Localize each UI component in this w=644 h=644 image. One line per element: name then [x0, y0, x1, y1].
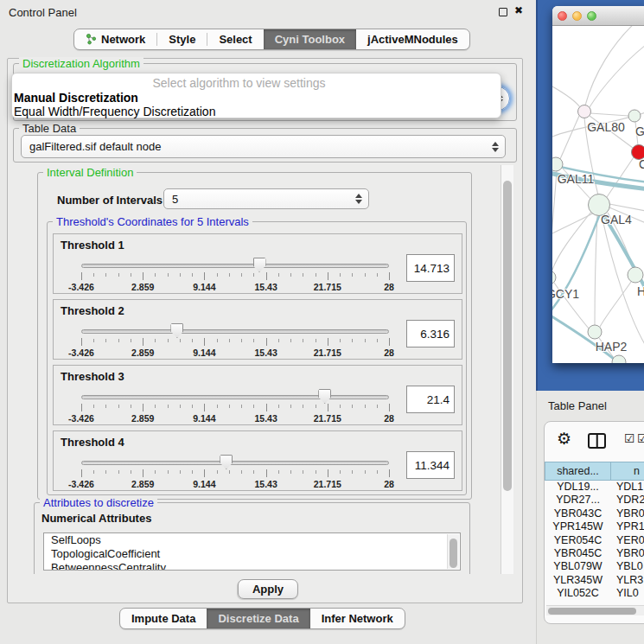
tab-label: Impute Data [131, 612, 195, 625]
threshold-slider-thumb[interactable] [170, 323, 183, 338]
window-close-icon[interactable] [558, 11, 567, 21]
threshold-value-field[interactable]: 6.316 [406, 320, 455, 348]
table-row[interactable]: YBR045CYBR0 [545, 547, 644, 560]
tab-label: Select [219, 33, 252, 46]
tick-mark [290, 273, 291, 277]
table-horizontal-scrollbar[interactable] [546, 605, 644, 615]
column-header-name[interactable]: n [611, 462, 644, 481]
split-pane-icon[interactable] [588, 433, 606, 449]
dropdown-placeholder: Select algorithm to view settings [12, 76, 466, 90]
table-row[interactable]: YIL052CYIL0 [545, 587, 644, 598]
numerical-attributes-list[interactable]: SelfLoopsTopologicalCoefficientBetweenne… [43, 532, 461, 571]
tick-mark [340, 273, 341, 277]
tab-impute-data[interactable]: Impute Data [120, 609, 207, 628]
table-data-combobox[interactable]: galFiltered.sif default node [21, 135, 506, 158]
float-window-icon[interactable] [499, 8, 507, 16]
checkbox-checked-icon[interactable]: ☑ [624, 431, 635, 445]
threshold-value-field[interactable]: 11.344 [406, 451, 455, 479]
close-icon[interactable]: ✖ [514, 4, 523, 16]
tick-label: 21.715 [314, 348, 341, 358]
tick-mark [180, 273, 181, 277]
checkbox-checked-icon[interactable]: ☑ [637, 431, 644, 445]
tick-label: 2.859 [131, 282, 154, 292]
cyni-bottom-tab-bar: Impute Data Discretize Data Infer Networ… [119, 608, 405, 629]
number-of-intervals-combobox[interactable]: 5 [163, 188, 369, 209]
table-row[interactable]: YLR345WYLR3 [545, 574, 644, 587]
threshold-slider-thumb[interactable] [220, 455, 233, 469]
table-cell: YLR345W [545, 574, 611, 587]
slider-ticks [81, 272, 389, 282]
tab-style[interactable]: Style [157, 29, 207, 49]
tick-label: 28 [384, 282, 394, 292]
tick-mark [316, 470, 316, 474]
table-row[interactable]: YPR145WYPR1 [545, 520, 644, 533]
table-cell: YDL1 [611, 481, 644, 494]
tab-infer-network[interactable]: Infer Network [310, 609, 405, 628]
tick-mark [192, 470, 193, 474]
window-zoom-icon[interactable] [587, 11, 596, 21]
tick-mark [81, 272, 82, 280]
tick-mark [303, 470, 303, 474]
tick-label: -3.426 [68, 479, 94, 489]
tick-mark [180, 405, 181, 408]
threshold-label: Threshold 3 [61, 370, 124, 383]
tab-jactivemnodules[interactable]: jActiveMNodules [356, 29, 469, 49]
node-table-card: ⚙ ☑ ☑ shared... n YDL19...YDL1YDR27...YD… [544, 421, 644, 624]
window-minimize-icon[interactable] [572, 11, 582, 21]
tick-mark [316, 273, 316, 277]
network-node-labels: GAL80 GA C GAL11 GAL4 GCY1 H HAP2 [552, 120, 644, 354]
apply-button[interactable]: Apply [238, 579, 298, 599]
thresholds-group: Threshold's Coordinates for 5 Intervals … [47, 221, 467, 495]
network-view-window[interactable]: GAL80 GA C GAL11 GAL4 GCY1 H HAP2 [552, 6, 644, 363]
column-header-shared-name[interactable]: shared... [545, 462, 611, 481]
tick-mark [303, 273, 303, 277]
tab-label: Style [169, 33, 195, 46]
tick-mark [105, 339, 106, 342]
table-row[interactable]: YBR043CYBR0 [545, 507, 644, 520]
tick-mark [81, 469, 82, 477]
tick-mark [118, 470, 119, 474]
tab-network[interactable]: Network [74, 29, 156, 49]
network-window-titlebar[interactable] [552, 6, 644, 26]
dropdown-option-manual-discretization[interactable]: Manual Discretization [14, 91, 138, 105]
attribute-list-item[interactable]: TopologicalCoefficient [44, 547, 460, 561]
tab-cyni-toolbox[interactable]: Cyni Toolbox [264, 29, 356, 49]
threshold-value-field[interactable]: 21.4 [406, 386, 455, 413]
dropdown-option-equal-width-frequency[interactable]: Equal Width/Frequency Discretization [14, 105, 215, 118]
app-screen: Control Panel ✖ Network [0, 0, 644, 644]
scrollbar-thumb[interactable] [503, 181, 512, 491]
threshold-slider-thumb[interactable] [318, 389, 331, 404]
threshold-slider-track[interactable] [81, 264, 389, 268]
scrollbar-thumb[interactable] [548, 608, 636, 615]
table-row[interactable]: YDL19...YDL1 [545, 481, 644, 494]
tick-mark [217, 339, 218, 342]
node-gcy1 [552, 271, 556, 284]
tick-mark [105, 405, 106, 408]
tick-mark [204, 404, 205, 411]
tick-label: -3.426 [68, 282, 94, 292]
table-row[interactable]: YER054CYER0 [545, 534, 644, 547]
tick-mark [131, 273, 131, 277]
threshold-slider-track[interactable] [81, 395, 389, 399]
network-canvas[interactable]: GAL80 GA C GAL11 GAL4 GCY1 H HAP2 [552, 26, 644, 363]
threshold-slider-track[interactable] [81, 329, 389, 334]
tick-mark [105, 470, 106, 474]
tick-mark [168, 470, 169, 474]
settings-vertical-scrollbar[interactable] [501, 165, 513, 574]
threshold-slider-thumb[interactable] [253, 258, 266, 272]
tick-mark [217, 470, 218, 474]
attribute-list-item[interactable]: SelfLoops [44, 533, 460, 547]
tick-mark [131, 405, 131, 408]
tab-discretize-data[interactable]: Discretize Data [207, 609, 309, 628]
attribute-list-item[interactable]: BetweennessCentrality [44, 561, 460, 571]
tab-select[interactable]: Select [207, 29, 263, 49]
threshold-value-field[interactable]: 14.713 [406, 254, 455, 282]
threshold-label: Threshold 4 [61, 436, 124, 449]
attributes-scrollbar[interactable] [447, 534, 459, 569]
tick-mark [131, 470, 131, 474]
table-row[interactable]: YBL079WYBL0 [545, 560, 644, 573]
table-row[interactable]: YDR27...YDR2 [545, 494, 644, 507]
gear-icon[interactable]: ⚙ [557, 429, 571, 448]
threshold-slider-track[interactable] [81, 461, 389, 465]
tick-mark [168, 273, 169, 277]
